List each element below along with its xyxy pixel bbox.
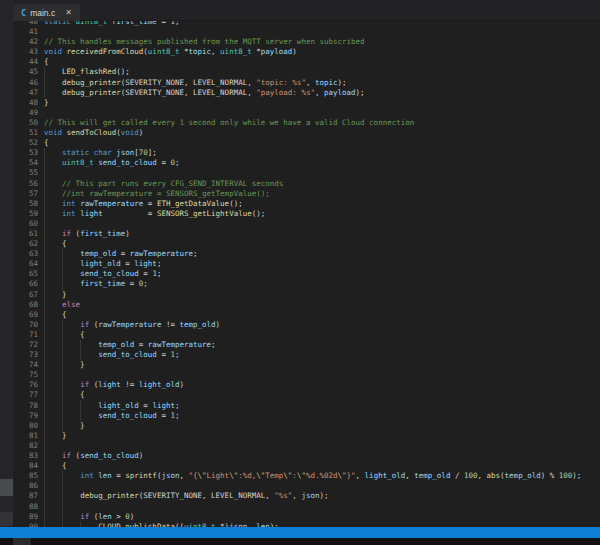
indent-guide	[44, 88, 45, 98]
indent-guide	[44, 219, 45, 229]
indent-guide	[62, 279, 63, 289]
code-line[interactable]: 42// This handles messages published fro…	[13, 37, 600, 47]
line-number: 56	[13, 179, 44, 189]
code-line[interactable]: 69 {	[13, 310, 600, 320]
indent-guide	[80, 411, 81, 421]
line-number: 43	[13, 47, 44, 57]
sidebar-highlight-item-secondary[interactable]	[0, 512, 13, 526]
code-line[interactable]: 62 {	[13, 239, 600, 249]
code-line[interactable]: 78 light_old = light;	[13, 401, 600, 411]
line-number: 76	[13, 380, 44, 390]
line-number: 81	[13, 431, 44, 441]
code-line[interactable]: 59 int light = SENSORS_getLightValue();	[13, 209, 600, 219]
code-line[interactable]: 48}	[13, 98, 600, 108]
line-number: 50	[13, 118, 44, 128]
code-line[interactable]: 75	[13, 370, 600, 380]
code-line[interactable]: 74 }	[13, 360, 600, 370]
line-number: 63	[13, 249, 44, 259]
indent-guide	[44, 471, 45, 481]
indent-guide	[44, 259, 45, 269]
code-line[interactable]: 67 }	[13, 290, 600, 300]
line-number: 55	[13, 168, 44, 178]
line-number: 67	[13, 290, 44, 300]
code-line[interactable]: 44{	[13, 57, 600, 67]
indent-guide	[44, 421, 45, 431]
code-line[interactable]: 65 send_to_cloud = 1;	[13, 269, 600, 279]
code-line[interactable]: 63 temp_old = rawTemperature;	[13, 249, 600, 259]
indent-guide	[62, 320, 63, 330]
code-line[interactable]: 87 debug_printer(SEVERITY_NONE, LEVEL_NO…	[13, 491, 600, 501]
code-line[interactable]: 46 debug_printer(SEVERITY_NONE, LEVEL_NO…	[13, 78, 600, 88]
code-line[interactable]: 56 // This part runs every CFG_SEND_INTE…	[13, 179, 600, 189]
indent-guide	[44, 401, 45, 411]
code-line[interactable]: 70 if (rawTemperature != temp_old)	[13, 320, 600, 330]
line-number: 54	[13, 158, 44, 168]
code-line[interactable]: 73 send_to_cloud = 1;	[13, 350, 600, 360]
code-line[interactable]: 54 uint8_t send_to_cloud = 0;	[13, 158, 600, 168]
code-line[interactable]: 43void receivedFromCloud(uint8_t *topic,…	[13, 47, 600, 57]
code-line[interactable]: 85 int len = sprintf(json, "{\"Light\":%…	[13, 471, 600, 481]
code-line[interactable]: 79 send_to_cloud = 1;	[13, 411, 600, 421]
indent-guide	[44, 249, 45, 259]
indent-guide	[44, 360, 45, 370]
bottom-edge-nub	[13, 538, 31, 545]
line-number: 66	[13, 279, 44, 289]
code-line[interactable]: 61 if (first_time)	[13, 229, 600, 239]
code-line[interactable]: 88	[13, 502, 600, 512]
tab-label: main.c	[30, 8, 55, 18]
code-line[interactable]: 51void sendToCloud(void)	[13, 128, 600, 138]
line-number: 86	[13, 481, 44, 491]
code-line[interactable]: 53 static char json[70];	[13, 148, 600, 158]
code-line[interactable]: 84 {	[13, 461, 600, 471]
code-line[interactable]: 57 //int rawTemperature = SENSORS_getTem…	[13, 189, 600, 199]
line-number: 59	[13, 209, 44, 219]
code-line[interactable]: 82	[13, 441, 600, 451]
sidebar-edge	[0, 0, 13, 545]
code-line[interactable]: 49	[13, 108, 600, 118]
indent-guide	[62, 340, 63, 350]
code-line[interactable]: 41	[13, 27, 600, 37]
line-number: 68	[13, 300, 44, 310]
indent-guide	[44, 441, 45, 451]
code-editor-area[interactable]: 40static uint8_t first_time = 1;4142// T…	[13, 21, 600, 527]
code-line[interactable]: 80 }	[13, 421, 600, 431]
line-number: 47	[13, 88, 44, 98]
code-line[interactable]: 55	[13, 168, 600, 178]
indent-guide	[62, 512, 63, 522]
code-line[interactable]: 50// This will get called every 1 second…	[13, 118, 600, 128]
indent-guide	[62, 360, 63, 370]
indent-guide	[44, 431, 45, 441]
code-line[interactable]: 86	[13, 481, 600, 491]
code-line[interactable]: 89 if (len > 0)	[13, 512, 600, 522]
code-line[interactable]: 72 temp_old = rawTemperature;	[13, 340, 600, 350]
line-number: 79	[13, 411, 44, 421]
code-line[interactable]: 60	[13, 219, 600, 229]
indent-guide	[80, 340, 81, 350]
line-number: 71	[13, 330, 44, 340]
code-line[interactable]: 45 LED_flashRed();	[13, 67, 600, 77]
code-line[interactable]: 81 }	[13, 431, 600, 441]
code-line[interactable]: 76 if (light != light_old)	[13, 380, 600, 390]
code-lines: 40static uint8_t first_time = 1;4142// T…	[13, 21, 600, 527]
code-line[interactable]: 77 {	[13, 390, 600, 400]
indent-guide	[44, 491, 45, 501]
tab-main-c[interactable]: C main.c ✕	[13, 4, 80, 21]
line-number: 85	[13, 471, 44, 481]
code-line[interactable]: 68 else	[13, 300, 600, 310]
code-line[interactable]: 52{	[13, 138, 600, 148]
line-number: 74	[13, 360, 44, 370]
line-number: 53	[13, 148, 44, 158]
code-line[interactable]: 58 int rawTemperature = ETH_getDataValue…	[13, 199, 600, 209]
close-tab-icon[interactable]: ✕	[65, 8, 72, 17]
code-line[interactable]: 83 if (send_to_cloud)	[13, 451, 600, 461]
indent-guide	[62, 249, 63, 259]
code-line[interactable]: 66 first_time = 0;	[13, 279, 600, 289]
indent-guide	[44, 269, 45, 279]
line-number: 52	[13, 138, 44, 148]
code-line[interactable]: 71 {	[13, 330, 600, 340]
line-number: 82	[13, 441, 44, 451]
code-line[interactable]: 64 light_old = light;	[13, 259, 600, 269]
sidebar-highlight-item[interactable]	[0, 479, 13, 496]
indent-guide	[44, 380, 45, 390]
code-line[interactable]: 47 debug_printer(SEVERITY_NONE, LEVEL_NO…	[13, 88, 600, 98]
